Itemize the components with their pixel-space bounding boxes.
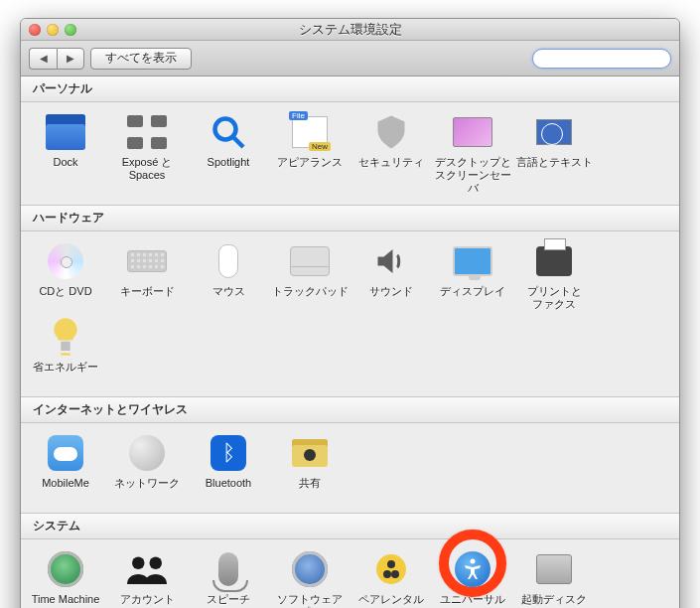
pref-displays[interactable]: ディスプレイ (432, 235, 513, 311)
svg-point-5 (132, 557, 145, 570)
pref-label: Exposé と Spaces (106, 156, 188, 182)
desktop-icon (453, 112, 492, 152)
pref-energy-saver[interactable]: 省エネルギー (25, 311, 106, 386)
expose-icon (127, 112, 167, 152)
pref-universal-access[interactable]: ユニバーサル アクセス (432, 543, 513, 608)
pref-label: 起動ディスク (513, 593, 595, 608)
pref-label: Spotlight (188, 156, 269, 182)
pref-label: CDと DVD (25, 285, 106, 311)
pref-cds-dvds[interactable]: CDと DVD (25, 235, 106, 311)
pref-accounts[interactable]: アカウント (106, 543, 188, 608)
lightbulb-icon (46, 317, 85, 357)
pref-label: デスクトップと スクリーンセーバ (432, 156, 513, 195)
section-hardware: CDと DVD キーボード マウス トラックパッド サウンド ディスプレイ プリ… (21, 231, 679, 396)
time-machine-icon (46, 549, 85, 589)
system-preferences-window: システム環境設定 ◀ ▶ すべてを表示 パーソナル Dock Exposé と … (20, 18, 680, 608)
window-title: システム環境設定 (21, 21, 679, 39)
section-network-title: インターネットとワイヤレス (21, 396, 679, 423)
pref-mouse[interactable]: マウス (188, 235, 269, 311)
search-field[interactable] (532, 49, 671, 69)
network-icon (127, 433, 167, 473)
pref-security[interactable]: セキュリティ (350, 106, 432, 182)
pref-label: スピーチ (188, 593, 269, 608)
svg-line-3 (233, 137, 244, 148)
pref-sharing[interactable]: 共有 (269, 427, 350, 503)
pref-expose-spaces[interactable]: Exposé と Spaces (106, 106, 188, 182)
keyboard-icon (127, 241, 167, 281)
svg-rect-4 (61, 342, 70, 351)
pref-language-text[interactable]: 言語とテキスト (513, 106, 595, 182)
mobileme-icon (46, 433, 85, 473)
pref-appearance[interactable]: アピアランス (269, 106, 350, 182)
pref-software-update[interactable]: ソフトウェア アップデート (269, 543, 350, 608)
pref-label: ソフトウェア アップデート (269, 593, 350, 608)
pref-label: 言語とテキスト (513, 156, 595, 182)
mouse-icon (209, 241, 248, 281)
bluetooth-icon: ᛒ (209, 433, 248, 473)
pref-network[interactable]: ネットワーク (106, 427, 188, 503)
cd-dvd-icon (46, 241, 85, 281)
pref-mobileme[interactable]: MobileMe (25, 427, 106, 503)
pref-label: Bluetooth (188, 477, 269, 503)
section-hardware-title: ハードウェア (21, 205, 679, 231)
svg-point-6 (150, 557, 163, 570)
section-personal: Dock Exposé と Spaces Spotlight アピアランス セキ… (21, 102, 679, 205)
svg-point-7 (471, 559, 476, 564)
microphone-icon (209, 549, 248, 589)
nav-buttons: ◀ ▶ (29, 48, 84, 70)
pref-print-fax[interactable]: プリントと ファクス (513, 235, 595, 311)
pref-label: アカウント (106, 593, 188, 608)
pref-label: キーボード (106, 285, 188, 311)
display-icon (453, 241, 492, 281)
startup-disk-icon (534, 549, 574, 589)
parental-icon (371, 549, 411, 589)
pref-label: トラックパッド (269, 285, 350, 311)
accounts-icon (127, 549, 167, 589)
printer-icon (534, 241, 574, 281)
show-all-label: すべてを表示 (105, 50, 177, 67)
section-system-title: システム (21, 513, 679, 539)
section-network: MobileMe ネットワーク ᛒ Bluetooth 共有 (21, 423, 679, 513)
pref-label: サウンド (350, 285, 432, 311)
pref-desktop-screensaver[interactable]: デスクトップと スクリーンセーバ (432, 106, 513, 195)
pref-label: マウス (188, 285, 269, 311)
show-all-button[interactable]: すべてを表示 (90, 48, 192, 70)
pref-sound[interactable]: サウンド (350, 235, 432, 311)
software-update-icon (290, 549, 330, 589)
pref-label: 省エネルギー (25, 361, 106, 386)
trackpad-icon (290, 241, 330, 281)
pref-spotlight[interactable]: Spotlight (188, 106, 269, 182)
titlebar[interactable]: システム環境設定 (21, 19, 679, 41)
pref-label: ユニバーサル アクセス (432, 593, 513, 608)
universal-access-icon (453, 549, 492, 589)
pref-label: MobileMe (25, 477, 106, 503)
search-input[interactable] (543, 52, 680, 66)
pref-label: 共有 (269, 477, 350, 503)
pref-startup-disk[interactable]: 起動ディスク (513, 543, 595, 608)
language-icon (534, 112, 574, 152)
section-system: Time Machine アカウント スピーチ ソフトウェア アップデート ペア… (21, 539, 679, 608)
pref-time-machine[interactable]: Time Machine (25, 543, 106, 608)
svg-point-2 (215, 119, 236, 140)
pref-keyboard[interactable]: キーボード (106, 235, 188, 311)
back-button[interactable]: ◀ (29, 48, 57, 70)
pref-label: ネットワーク (106, 477, 188, 503)
pref-speech[interactable]: スピーチ (188, 543, 269, 608)
appearance-icon (290, 112, 330, 152)
forward-button[interactable]: ▶ (57, 48, 84, 70)
pref-label: セキュリティ (350, 156, 432, 182)
pref-parental-controls[interactable]: ペアレンタル コントロール (350, 543, 432, 608)
pref-bluetooth[interactable]: ᛒ Bluetooth (188, 427, 269, 503)
security-icon (371, 112, 411, 152)
pref-dock[interactable]: Dock (25, 106, 106, 182)
section-personal-title: パーソナル (21, 76, 679, 102)
pref-label: アピアランス (269, 156, 350, 182)
toolbar: ◀ ▶ すべてを表示 (21, 41, 679, 76)
pref-label: Dock (25, 156, 106, 182)
sharing-icon (290, 433, 330, 473)
pref-label: ディスプレイ (432, 285, 513, 311)
dock-icon (46, 112, 85, 152)
sound-icon (371, 241, 411, 281)
spotlight-icon (209, 112, 248, 152)
pref-trackpad[interactable]: トラックパッド (269, 235, 350, 311)
